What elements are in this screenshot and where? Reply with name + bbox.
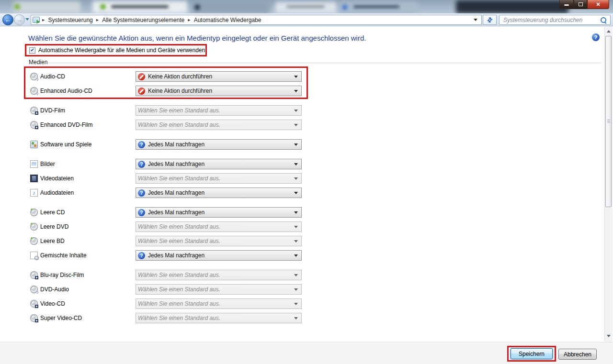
control-panel-icon: [33, 17, 40, 23]
search-icon[interactable]: [600, 16, 607, 24]
action-dropdown[interactable]: ?Jedes Mal nachfragen: [136, 250, 302, 261]
breadcrumb-item[interactable]: Automatische Wiedergabe: [191, 16, 264, 24]
media-type-label: Gemischte Inhalte: [40, 250, 87, 261]
search-box[interactable]: Systemsteuerung durchsuchen: [499, 15, 611, 25]
tab-title-blur: [111, 5, 169, 8]
tab-title-blur: [353, 5, 399, 8]
address-dropdown-icon[interactable]: [474, 19, 477, 21]
dropdown-selected-value: Wählen Sie einen Standard aus.: [138, 300, 294, 307]
close-button[interactable]: ✕: [587, 0, 609, 9]
film-badge-icon: [35, 305, 38, 308]
dropdown-selected-value: Jedes Mal nachfragen: [148, 209, 294, 216]
chevron-down-icon: [294, 192, 298, 194]
action-dropdown[interactable]: Wählen Sie einen Standard aus.: [136, 173, 302, 184]
browser-tab[interactable]: [13, 1, 80, 13]
breadcrumb-item[interactable]: Systemsteuerung: [45, 16, 95, 24]
media-row: DVD-FilmWählen Sie einen Standard aus.: [0, 105, 613, 116]
media-type-label: Audiodateien: [40, 188, 74, 198]
action-dropdown[interactable]: Wählen Sie einen Standard aus.: [136, 120, 302, 130]
media-row: Bilder?Jedes Mal nachfragen: [0, 159, 613, 169]
media-row: Leere BDWählen Sie einen Standard aus.: [0, 236, 613, 246]
action-dropdown[interactable]: Keine Aktion durchführen: [136, 71, 302, 82]
breadcrumb-separator-icon: ▶: [42, 18, 45, 22]
disc-video-icon: [30, 271, 38, 279]
use-autoplay-checkbox[interactable]: ✔: [29, 47, 35, 54]
chevron-down-icon: [294, 317, 298, 320]
action-dropdown[interactable]: Wählen Sie einen Standard aus.: [136, 298, 302, 309]
action-dropdown[interactable]: ?Jedes Mal nachfragen: [136, 188, 302, 198]
scroll-up-icon[interactable]: [607, 30, 611, 33]
media-row: Video-CDWählen Sie einen Standard aus.: [0, 298, 613, 309]
media-row: Gemischte Inhalte?Jedes Mal nachfragen: [0, 250, 613, 261]
media-group-label: Medien: [29, 59, 47, 66]
action-dropdown[interactable]: Wählen Sie einen Standard aus.: [136, 105, 302, 116]
disc-blank-icon: [30, 223, 38, 231]
disc-video-icon: [30, 300, 38, 308]
action-dropdown[interactable]: ?Jedes Mal nachfragen: [136, 139, 302, 150]
media-type-label: Super Video-CD: [40, 313, 82, 323]
music-note-icon: ♪: [36, 91, 39, 96]
action-dropdown[interactable]: Wählen Sie einen Standard aus.: [136, 313, 302, 323]
breadcrumb-item[interactable]: Alle Systemsteuerungselemente: [99, 16, 187, 24]
chevron-down-icon: [294, 163, 298, 165]
back-button[interactable]: ←: [2, 14, 13, 25]
address-bar: ← → ▶ Systemsteuerung▶Alle Systemsteueru…: [0, 13, 613, 26]
action-dropdown[interactable]: Keine Aktion durchführen: [136, 86, 302, 96]
maximize-button[interactable]: [574, 0, 587, 9]
browser-tab[interactable]: [456, 0, 568, 13]
chevron-down-icon: [294, 143, 298, 146]
blank-disc-dot-icon: [31, 237, 33, 239]
dropdown-selected-value: Jedes Mal nachfragen: [148, 141, 294, 148]
scrollbar-thumb[interactable]: [605, 36, 612, 207]
recent-pages-caret-icon[interactable]: [25, 18, 29, 21]
chevron-down-icon: [294, 90, 298, 92]
dropdown-selected-value: Wählen Sie einen Standard aus.: [138, 315, 294, 321]
forward-button[interactable]: →: [14, 14, 25, 25]
blank-disc-dot-icon: [31, 223, 33, 225]
film-badge-icon: [35, 111, 38, 115]
disc-video-icon: [30, 121, 38, 129]
minimize-button[interactable]: ▬: [559, 0, 574, 9]
vertical-scrollbar[interactable]: [604, 27, 613, 342]
video-file-icon: [30, 175, 38, 182]
media-type-label: Leere BD: [40, 236, 65, 246]
ask-every-time-icon: ?: [138, 209, 145, 216]
tab-favicon: [100, 4, 106, 10]
dropdown-selected-value: Jedes Mal nachfragen: [148, 252, 294, 259]
media-type-label: Video-CD: [40, 298, 65, 309]
blank-disc-dot-icon: [31, 209, 33, 210]
group-divider: [48, 63, 601, 63]
autoplay-control-panel-window: ▬ ✕ ← → ▶ Systemsteuerung▶Alle Systemste…: [0, 0, 613, 364]
media-row: Blu-ray Disc-FilmWählen Sie einen Standa…: [0, 270, 613, 280]
dropdown-selected-value: Wählen Sie einen Standard aus.: [138, 286, 294, 293]
action-dropdown[interactable]: ?Jedes Mal nachfragen: [136, 159, 302, 169]
refresh-button[interactable]: ⇄: [483, 15, 497, 25]
annotation-box-checkbox: ✔ Automatische Wiedergabe für alle Medie…: [25, 44, 207, 56]
media-type-label: Enhanced DVD-Film: [40, 120, 92, 130]
address-field[interactable]: ▶ Systemsteuerung▶Alle Systemsteuerungse…: [31, 15, 482, 25]
browser-tab[interactable]: [192, 2, 270, 13]
disc-blank-icon: [30, 237, 38, 245]
breadcrumb: Systemsteuerung▶Alle Systemsteuerungsele…: [45, 16, 264, 24]
chevron-down-icon: [294, 124, 298, 126]
help-icon[interactable]: ?: [592, 33, 600, 41]
dropdown-selected-value: Wählen Sie einen Standard aus.: [138, 272, 294, 278]
save-button[interactable]: Speichern: [511, 348, 553, 359]
film-badge-icon: [35, 319, 38, 322]
action-dropdown[interactable]: Wählen Sie einen Standard aus.: [136, 221, 302, 232]
cancel-button[interactable]: Abbrechen: [558, 349, 597, 360]
disc-video-icon: [30, 107, 38, 114]
action-dropdown[interactable]: ?Jedes Mal nachfragen: [136, 207, 302, 218]
scroll-down-icon[interactable]: [607, 335, 611, 337]
action-dropdown[interactable]: Wählen Sie einen Standard aus.: [136, 284, 302, 295]
chevron-down-icon: [294, 274, 298, 276]
browser-tab-strip: ▬ ✕: [0, 0, 613, 13]
ask-every-time-icon: ?: [138, 161, 145, 168]
use-autoplay-label: Automatische Wiedergabe für alle Medien …: [38, 47, 205, 54]
music-note-icon: ♪: [36, 289, 39, 295]
dropdown-selected-value: Wählen Sie einen Standard aus.: [138, 223, 294, 230]
action-dropdown[interactable]: Wählen Sie einen Standard aus.: [136, 270, 302, 280]
scrollbar-grip-icon: [607, 120, 610, 123]
action-dropdown[interactable]: Wählen Sie einen Standard aus.: [136, 236, 302, 246]
no-action-icon: [138, 73, 145, 80]
